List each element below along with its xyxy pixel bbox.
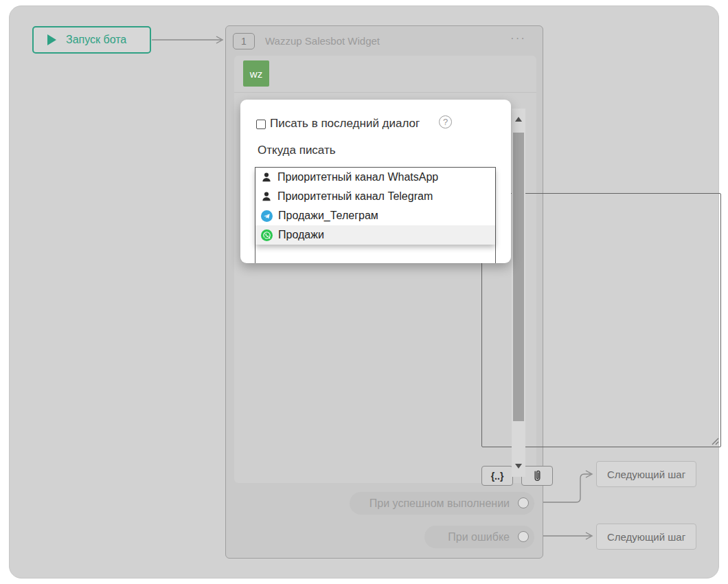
next-step-button-error[interactable]: Следующий шаг [596,524,696,550]
success-connector-port[interactable] [518,497,529,508]
card-scrollbar [512,109,525,477]
flow-builder-canvas: Запуск бота 1 Wazzup Salesbot Widget ···… [0,0,728,584]
channel-option-whatsapp-sales[interactable]: Продажи [255,225,495,245]
channel-settings-popover: Писать в последний диалог ? Откуда писат… [240,100,511,263]
channel-listbox: Приоритетный канал WhatsApp Приоритетный… [255,167,496,263]
whatsapp-icon [261,229,273,241]
help-icon[interactable]: ? [439,115,452,128]
wazzup-logo: wz [243,60,269,87]
attach-file-button[interactable] [521,466,553,486]
scroll-down-arrow-icon[interactable] [515,464,522,469]
channel-option-telegram-sales[interactable]: Продажи_Телеграм [255,206,495,225]
person-icon [261,191,272,202]
scrollbar-thumb[interactable] [513,133,524,421]
on-success-pill: При успешном выполнении [350,492,534,515]
write-last-dialog-label: Писать в последний диалог [270,117,420,131]
telegram-icon [261,210,273,222]
divider [234,92,536,93]
template-vars-button[interactable]: {..} [481,466,513,486]
error-connector-port[interactable] [518,531,529,542]
option-label: Приоритетный канал WhatsApp [277,171,438,183]
step-number-chip: 1 [233,33,255,49]
channel-options: Приоритетный канал WhatsApp Приоритетный… [255,168,495,245]
next-step-button-success[interactable]: Следующий шаг [596,461,696,487]
start-bot-button[interactable]: Запуск бота [32,26,151,54]
paperclip-icon [532,469,543,483]
option-label: Продажи [278,229,324,241]
channel-option-priority-whatsapp[interactable]: Приоритетный канал WhatsApp [255,168,495,187]
channel-option-priority-telegram[interactable]: Приоритетный канал Telegram [255,187,495,206]
play-icon [47,34,56,45]
widget-title: Wazzup Salesbot Widget [265,35,380,47]
person-icon [261,172,272,183]
option-label: Продажи_Телеграм [278,210,378,222]
on-success-label: При успешном выполнении [369,497,510,510]
on-error-label: При ошибке [448,531,510,543]
option-label: Приоритетный канал Telegram [277,190,433,203]
scroll-up-arrow-icon[interactable] [515,117,522,122]
resize-grip-icon[interactable] [709,435,720,446]
channel-field-label: Откуда писать [258,144,336,157]
card-menu-button[interactable]: ··· [510,32,526,45]
write-last-dialog-checkbox[interactable] [256,120,266,129]
start-bot-label: Запуск бота [66,34,126,46]
